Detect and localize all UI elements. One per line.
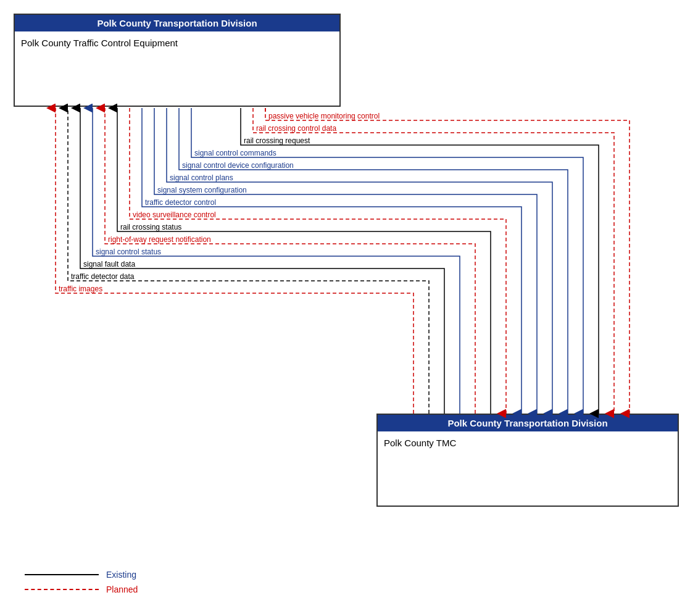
planned-line bbox=[25, 589, 99, 590]
svg-text:right-of-way request notificat: right-of-way request notification bbox=[108, 235, 211, 244]
legend: Existing Planned bbox=[25, 570, 138, 594]
existing-line bbox=[25, 574, 99, 575]
planned-label: Planned bbox=[106, 585, 138, 594]
tce-body: Polk County Traffic Control Equipment bbox=[15, 31, 339, 106]
existing-label: Existing bbox=[106, 570, 136, 580]
svg-text:traffic detector data: traffic detector data bbox=[71, 272, 135, 281]
svg-text:signal control device configur: signal control device configuration bbox=[182, 161, 294, 170]
svg-text:rail crossing control data: rail crossing control data bbox=[256, 124, 336, 133]
svg-text:passive vehicle monitoring con: passive vehicle monitoring control bbox=[268, 112, 380, 120]
tmc-header: Polk County Transportation Division bbox=[378, 415, 678, 431]
svg-text:signal control status: signal control status bbox=[96, 248, 161, 256]
node-tce: Polk County Transportation Division Polk… bbox=[14, 14, 341, 107]
svg-text:signal fault data: signal fault data bbox=[83, 260, 135, 268]
diagram-container: Polk County Transportation Division Polk… bbox=[0, 0, 698, 616]
tce-header: Polk County Transportation Division bbox=[15, 15, 339, 31]
legend-existing: Existing bbox=[25, 570, 138, 580]
svg-text:rail crossing status: rail crossing status bbox=[120, 223, 181, 231]
svg-text:signal control commands: signal control commands bbox=[194, 149, 276, 157]
node-tmc: Polk County Transportation Division Polk… bbox=[376, 414, 679, 507]
svg-text:traffic detector control: traffic detector control bbox=[145, 198, 216, 207]
svg-text:signal system configuration: signal system configuration bbox=[157, 186, 247, 194]
svg-text:traffic images: traffic images bbox=[59, 285, 102, 293]
svg-text:signal control plans: signal control plans bbox=[170, 173, 233, 182]
tmc-body: Polk County TMC bbox=[378, 431, 678, 506]
svg-text:video surveillance control: video surveillance control bbox=[133, 210, 216, 219]
legend-planned: Planned bbox=[25, 585, 138, 594]
svg-text:rail crossing request: rail crossing request bbox=[244, 136, 310, 145]
